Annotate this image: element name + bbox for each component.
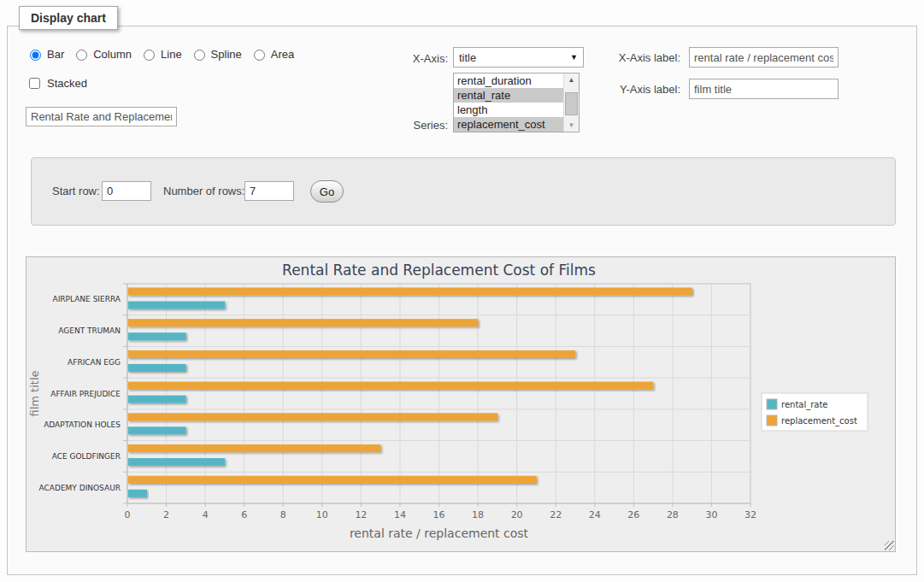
- bar-replacement_cost: [128, 476, 537, 484]
- bar-chart: 02468101214161820222426283032AIRPLANE SI…: [26, 257, 895, 551]
- category-label: AGENT TRUMAN: [58, 326, 121, 335]
- x-tick-label: 24: [589, 509, 601, 520]
- bar-rental_rate: [128, 364, 186, 372]
- stacked-label[interactable]: Stacked: [47, 77, 87, 90]
- chart-type-option-area[interactable]: Area: [250, 47, 294, 61]
- category-label: AFFAIR PREJUDICE: [50, 390, 121, 398]
- x-tick-label: 10: [316, 509, 328, 520]
- bar-replacement_cost: [128, 413, 498, 420]
- series-options: rental_durationrental_ratelengthreplacem…: [454, 73, 564, 132]
- category-label: AFRICAN EGG: [68, 358, 121, 367]
- bar-replacement_cost: [128, 444, 381, 452]
- x-tick-label: 26: [627, 509, 639, 520]
- legend-label-rental_rate: rental_rate: [781, 400, 828, 410]
- row-controls-box: Start row: Number of rows: Go: [31, 157, 896, 226]
- scroll-up-icon[interactable]: ▲: [564, 73, 579, 86]
- category-label: ACE GOLDFINGER: [52, 452, 121, 461]
- chart-type-radio-group: BarColumnLineSplineArea: [26, 47, 294, 61]
- number-of-rows-label: Number of rows:: [163, 185, 244, 197]
- x-tick-label: 30: [705, 509, 717, 520]
- page: Display chart BarColumnLineSplineArea St…: [0, 0, 924, 582]
- x-tick-label: 18: [472, 509, 484, 520]
- y-axis-label-field-label: Y-Axis label:: [602, 83, 680, 96]
- x-tick-label: 6: [241, 509, 247, 520]
- start-row-label: Start row:: [52, 185, 100, 197]
- scrollbar-thumb[interactable]: [565, 92, 578, 115]
- legend-swatch-rental_rate: [767, 399, 777, 409]
- x-tick-label: 4: [203, 509, 209, 520]
- x-tick-label: 14: [394, 509, 406, 520]
- y-axis-label-input[interactable]: [689, 79, 839, 99]
- chart-type-radio-line[interactable]: [144, 50, 155, 61]
- x-tick-label: 20: [511, 509, 523, 520]
- chart-container: 02468101214161820222426283032AIRPLANE SI…: [26, 256, 896, 552]
- series-listbox[interactable]: rental_durationrental_ratelengthreplacem…: [453, 73, 580, 132]
- chart-title: Rental Rate and Replacement Cost of Film…: [282, 262, 596, 279]
- category-label: ADAPTATION HOLES: [44, 420, 121, 429]
- x-tick-label: 8: [280, 509, 286, 520]
- x-tick-label: 32: [744, 509, 756, 520]
- go-button[interactable]: Go: [310, 180, 344, 203]
- chart-resize-handle[interactable]: [885, 541, 894, 550]
- x-tick-label: 22: [550, 509, 562, 520]
- x-axis-title: rental rate / replacement cost: [350, 526, 529, 540]
- chart-type-radio-column[interactable]: [76, 50, 87, 61]
- listbox-scrollbar[interactable]: ▲ ▼: [563, 73, 579, 132]
- series-option-length[interactable]: length: [454, 103, 564, 117]
- bar-rental_rate: [128, 426, 186, 434]
- category-label: ACADEMY DINOSAUR: [39, 484, 121, 492]
- x-axis-select[interactable]: title ▼: [453, 47, 584, 68]
- bar-replacement_cost: [128, 319, 479, 326]
- x-tick-label: 16: [433, 509, 445, 520]
- x-axis-label-input[interactable]: [689, 47, 839, 68]
- chart-title-input[interactable]: [26, 107, 177, 126]
- chart-type-option-spline[interactable]: Spline: [190, 47, 242, 61]
- stacked-row: Stacked: [26, 75, 87, 91]
- chart-type-option-bar[interactable]: Bar: [26, 47, 64, 61]
- x-tick-label: 28: [667, 509, 679, 520]
- x-axis-selected-value: title: [459, 51, 476, 64]
- chart-type-radio-area[interactable]: [254, 50, 265, 61]
- bar-replacement_cost: [128, 288, 692, 296]
- scroll-down-icon[interactable]: ▼: [564, 119, 579, 132]
- dropdown-arrow-icon: ▼: [570, 53, 578, 62]
- chart-type-option-column[interactable]: Column: [72, 47, 132, 61]
- start-row-input[interactable]: [102, 181, 151, 201]
- stacked-checkbox[interactable]: [29, 78, 40, 89]
- series-field-label: Series:: [385, 119, 448, 132]
- y-axis-title: film title: [28, 370, 41, 416]
- number-of-rows-input[interactable]: [244, 181, 294, 201]
- bar-rental_rate: [128, 458, 226, 466]
- x-tick-label: 2: [163, 509, 169, 520]
- chart-type-radio-bar[interactable]: [30, 50, 41, 61]
- bar-rental_rate: [128, 332, 186, 340]
- bar-replacement_cost: [128, 350, 576, 358]
- bar-rental_rate: [128, 490, 148, 497]
- x-tick-label: 12: [355, 509, 367, 520]
- series-option-rental_duration[interactable]: rental_duration: [454, 73, 564, 88]
- x-tick-label: 0: [125, 509, 131, 520]
- bar-replacement_cost: [128, 382, 654, 390]
- legend-swatch-replacement_cost: [767, 415, 777, 426]
- x-axis-label-field-label: X-Axis label:: [602, 51, 680, 64]
- series-option-replacement_cost[interactable]: replacement_cost: [454, 117, 564, 132]
- panel-title: Display chart: [19, 6, 118, 30]
- chart-type-option-line[interactable]: Line: [139, 47, 182, 61]
- x-axis-field-label: X-Axis:: [385, 52, 448, 65]
- bar-rental_rate: [128, 396, 186, 403]
- series-option-rental_rate[interactable]: rental_rate: [454, 88, 564, 103]
- legend-label-replacement_cost: replacement_cost: [781, 416, 857, 426]
- chart-type-radio-spline[interactable]: [194, 50, 205, 61]
- bar-rental_rate: [128, 302, 226, 309]
- category-label: AIRPLANE SIERRA: [52, 295, 121, 303]
